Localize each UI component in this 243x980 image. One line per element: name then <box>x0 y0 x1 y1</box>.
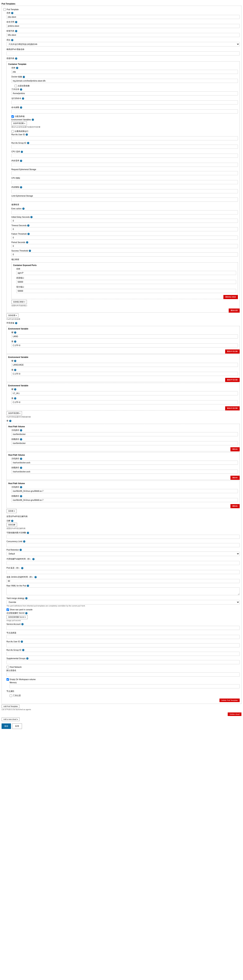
help-icon[interactable]: ? <box>20 429 22 431</box>
help-icon[interactable]: ? <box>14 340 16 343</box>
help-icon[interactable]: ? <box>11 12 13 14</box>
host-network-checkbox[interactable] <box>6 666 9 668</box>
help-icon[interactable]: ? <box>20 458 22 460</box>
env-key-input[interactable] <box>11 391 238 395</box>
apply-button[interactable]: 应用 <box>12 724 22 729</box>
exec-action-input[interactable] <box>11 210 238 215</box>
help-icon[interactable]: ? <box>14 360 16 362</box>
usage-select[interactable]: 只允许运行绑定到这台机器的Job <box>6 42 240 46</box>
help-icon[interactable]: ? <box>15 21 17 23</box>
tty-checkbox[interactable] <box>11 115 14 118</box>
port-hport-input[interactable] <box>16 289 236 293</box>
help-icon[interactable]: ? <box>21 641 23 643</box>
mem-limit-input[interactable] <box>11 189 238 193</box>
help-icon[interactable]: ? <box>21 151 23 153</box>
help-icon[interactable]: ? <box>22 649 24 651</box>
pod-retention-select[interactable]: Default <box>6 552 240 556</box>
default-container-input[interactable] <box>6 673 240 676</box>
help-icon[interactable]: ? <box>23 540 25 542</box>
help-icon[interactable]: ? <box>9 420 11 422</box>
req-eph-input[interactable] <box>11 171 238 175</box>
help-icon[interactable]: ? <box>25 612 27 614</box>
c-name-input[interactable] <box>11 70 238 74</box>
help-icon[interactable]: ? <box>35 576 37 578</box>
delete-cloud-button[interactable]: Delete cloud <box>228 713 241 716</box>
help-icon[interactable]: ? <box>23 76 25 78</box>
help-icon[interactable]: ? <box>21 623 24 625</box>
disk-check-checkbox[interactable] <box>10 694 12 697</box>
add-pod-template-button[interactable]: Add Pod Template <box>2 705 19 708</box>
delete-envvar-button[interactable]: 删除环境变量 <box>225 406 240 410</box>
help-icon[interactable]: ? <box>15 322 17 324</box>
add-annotation-button[interactable]: 添加注解 <box>6 523 17 527</box>
add-new-cloud-button[interactable]: Add a new cloud <box>2 718 19 721</box>
service-account-input[interactable] <box>6 626 240 630</box>
help-icon[interactable]: ? <box>21 567 23 569</box>
inherit-input[interactable] <box>6 51 240 56</box>
empty-wv-checkbox[interactable] <box>6 678 9 681</box>
cpu-req-input[interactable] <box>11 154 238 158</box>
help-icon[interactable]: ? <box>27 585 29 587</box>
port-name-input[interactable] <box>16 271 236 275</box>
c-workdir-input[interactable] <box>11 91 238 95</box>
max-instances-input[interactable] <box>6 535 240 539</box>
run-user-input[interactable] <box>11 136 238 140</box>
env-val-input[interactable] <box>11 400 238 404</box>
help-icon[interactable]: ? <box>20 486 22 488</box>
init-delay-input[interactable] <box>11 219 238 223</box>
add-image-pull-button[interactable]: 添加拉取镜像 Secret <box>6 615 28 619</box>
add-port-button[interactable]: 添加端口映射 <box>11 300 27 304</box>
priv-checkbox[interactable] <box>11 130 14 133</box>
success-thr-input[interactable] <box>11 253 238 256</box>
help-icon[interactable]: ? <box>14 388 16 390</box>
help-icon[interactable]: ? <box>20 186 22 188</box>
cpu-limit-input[interactable] <box>11 180 238 184</box>
help-icon[interactable]: ? <box>14 369 16 371</box>
help-icon[interactable]: ? <box>20 438 22 441</box>
supplemental-input[interactable] <box>6 660 240 664</box>
save-button[interactable]: 保存 <box>2 724 11 729</box>
delete-envvar-button[interactable]: 删除环境变量 <box>225 350 240 353</box>
add-volume-button[interactable]: 添加卷 <box>6 509 17 513</box>
help-icon[interactable]: ? <box>20 107 22 108</box>
labels-input[interactable] <box>6 33 240 37</box>
help-icon[interactable]: ? <box>20 160 22 162</box>
help-icon[interactable]: ? <box>22 208 24 210</box>
limit-eph-input[interactable] <box>11 197 238 202</box>
help-icon[interactable]: ? <box>20 495 22 497</box>
env-key-input[interactable] <box>11 334 238 339</box>
run-as-uid-input[interactable] <box>6 643 240 648</box>
add-envvar-button[interactable]: 添加环境变量 <box>11 121 27 126</box>
help-icon[interactable]: ? <box>27 233 30 235</box>
help-icon[interactable]: ? <box>26 657 29 660</box>
delete-port-button[interactable]: 删除端口映射 <box>224 295 238 299</box>
period-sec-input[interactable] <box>11 244 238 248</box>
delete-volume-button[interactable]: 删除卷 <box>230 476 240 480</box>
c-cmd-input[interactable] <box>11 100 238 105</box>
hpv-host-input[interactable] <box>11 461 238 465</box>
port-cport-input[interactable] <box>16 280 236 284</box>
pod-delay-input[interactable] <box>6 570 240 574</box>
help-icon[interactable]: ? <box>15 30 17 32</box>
delete-pod-template-button[interactable]: Delete Pod Template <box>219 698 240 702</box>
raw-yaml-textarea[interactable] <box>6 587 240 595</box>
help-icon[interactable]: ? <box>16 67 18 69</box>
show-raw-checkbox[interactable] <box>6 608 9 611</box>
timeout-input[interactable] <box>6 561 240 565</box>
pod-template-checkbox[interactable] <box>3 8 6 11</box>
help-icon[interactable]: ? <box>19 549 22 551</box>
help-icon[interactable]: ? <box>11 520 13 522</box>
help-icon[interactable]: ? <box>14 331 16 334</box>
help-icon[interactable]: ? <box>11 39 13 41</box>
delete-envvar-button[interactable]: 删除环境变量 <box>225 378 240 382</box>
env-val-input[interactable] <box>11 372 238 376</box>
failure-thr-input[interactable] <box>11 235 238 240</box>
hpv-mount-input[interactable] <box>11 469 238 474</box>
alwayspull-checkbox[interactable] <box>14 85 17 87</box>
help-icon[interactable]: ? <box>27 224 29 227</box>
add-envvar-button[interactable]: 添加环境变量 <box>6 411 22 415</box>
connect-timeout-input[interactable] <box>6 579 240 583</box>
c-args-input[interactable] <box>11 109 238 113</box>
help-icon[interactable]: ? <box>14 397 16 399</box>
env-val-input[interactable] <box>11 344 238 347</box>
